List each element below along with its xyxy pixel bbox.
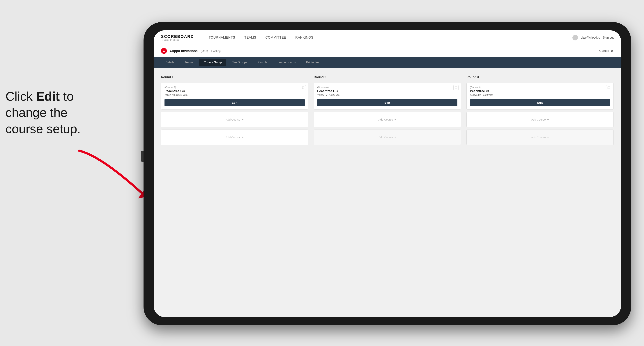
nav-links: TOURNAMENTS TEAMS COMMITTEE RANKINGS xyxy=(209,36,562,39)
round-3-column: Round 3 ☐ (Course A) Peachtree GC Yellow… xyxy=(466,75,614,145)
round-2-column: Round 2 ☐ (Course A) Peachtree GC Yellow… xyxy=(314,75,461,145)
round-1-add-course-1[interactable]: Add Course + xyxy=(161,112,308,127)
top-navbar: SCOREBOARD Powered by clippd TOURNAMENTS… xyxy=(154,30,621,45)
round-3-add-course-text-1: Add Course + xyxy=(531,118,549,121)
round-3-title: Round 3 xyxy=(466,75,614,79)
round-3-course-name: Peachtree GC xyxy=(470,89,610,93)
round-2-add-course-text-1: Add Course + xyxy=(378,118,396,121)
tablet-screen: SCOREBOARD Powered by clippd TOURNAMENTS… xyxy=(154,30,621,317)
round-1-edit-button[interactable]: Edit xyxy=(164,99,305,106)
tournament-logo: C xyxy=(161,48,167,54)
round-2-add-course-2: Add Course + xyxy=(314,130,461,145)
tab-printables[interactable]: Printables xyxy=(302,59,324,66)
round-2-add-course-text-2: Add Course + xyxy=(378,136,396,139)
round-3-add-course-2: Add Course + xyxy=(466,130,614,145)
app-container: SCOREBOARD Powered by clippd TOURNAMENTS… xyxy=(154,30,621,317)
round-3-course-card: ☐ (Course A) Peachtree GC Yellow (M) (66… xyxy=(466,83,614,110)
round-1-add-course-text-2: Add Course + xyxy=(226,136,244,139)
plus-icon-5: + xyxy=(547,118,549,121)
round-2-course-name: Peachtree GC xyxy=(317,89,458,93)
round-1-add-course-text-1: Add Course + xyxy=(226,118,244,121)
sign-out-link[interactable]: Sign out xyxy=(603,36,614,39)
round-3-delete-button[interactable]: ☐ xyxy=(606,85,611,90)
tabs-bar: Details Teams Course Setup Tee Groups Re… xyxy=(154,57,621,68)
cancel-button[interactable]: Cancel ✕ xyxy=(599,49,614,53)
logo-sub-text: Powered by clippd xyxy=(161,39,194,41)
tournament-gender: (Men) xyxy=(201,49,208,53)
plus-icon-1: + xyxy=(242,118,244,121)
plus-icon-2: + xyxy=(242,136,244,139)
close-icon: ✕ xyxy=(610,49,614,53)
nav-committee[interactable]: COMMITTEE xyxy=(266,36,286,39)
round-1-column: Round 1 ☐ (Course A) Peachtree GC Yellow… xyxy=(161,75,308,145)
round-1-course-name: Peachtree GC xyxy=(164,89,305,93)
round-1-title: Round 1 xyxy=(161,75,308,79)
logo-main-text: SCOREBOARD xyxy=(161,34,194,39)
nav-user-area: blair@clippd.io Sign out xyxy=(572,35,614,40)
round-2-course-card: ☐ (Course A) Peachtree GC Yellow (M) (66… xyxy=(314,83,461,110)
scoreboard-logo: SCOREBOARD Powered by clippd xyxy=(161,34,194,41)
tournament-status: Hosting xyxy=(211,49,220,53)
tab-leaderboards[interactable]: Leaderboards xyxy=(273,59,300,66)
plus-icon-4: + xyxy=(394,136,396,139)
nav-tournaments[interactable]: TOURNAMENTS xyxy=(209,36,235,39)
round-2-course-label: (Course A) xyxy=(317,86,458,89)
tournament-name: Clippd Invitational xyxy=(170,49,198,53)
round-2-title: Round 2 xyxy=(314,75,461,79)
main-content: Round 1 ☐ (Course A) Peachtree GC Yellow… xyxy=(154,68,621,317)
instruction-text: Click Edit tochange thecourse setup. xyxy=(6,88,107,137)
round-1-course-label: (Course A) xyxy=(164,86,305,89)
tablet-device: SCOREBOARD Powered by clippd TOURNAMENTS… xyxy=(144,22,631,325)
instruction-highlight: Edit xyxy=(36,89,60,103)
tab-course-setup[interactable]: Course Setup xyxy=(199,59,226,66)
round-1-course-card: ☐ (Course A) Peachtree GC Yellow (M) (66… xyxy=(161,83,308,110)
cancel-label: Cancel xyxy=(599,49,609,53)
tab-details[interactable]: Details xyxy=(161,59,179,66)
round-2-delete-button[interactable]: ☐ xyxy=(454,85,458,90)
user-email: blair@clippd.io xyxy=(581,36,600,39)
nav-rankings[interactable]: RANKINGS xyxy=(295,36,313,39)
tab-teams[interactable]: Teams xyxy=(180,59,198,66)
round-2-add-course-1[interactable]: Add Course + xyxy=(314,112,461,127)
round-3-add-course-1[interactable]: Add Course + xyxy=(466,112,614,127)
round-3-add-course-text-2: Add Course + xyxy=(531,136,549,139)
tab-tee-groups[interactable]: Tee Groups xyxy=(228,59,252,66)
round-1-add-course-2[interactable]: Add Course + xyxy=(161,130,308,145)
round-1-delete-button[interactable]: ☐ xyxy=(301,85,306,90)
tablet-side-button xyxy=(141,151,144,162)
round-1-course-tee: Yellow (M) (6629 yds) xyxy=(164,94,305,96)
tab-results[interactable]: Results xyxy=(253,59,272,66)
user-avatar xyxy=(572,35,578,40)
round-3-course-tee: Yellow (M) (6629 yds) xyxy=(470,94,610,96)
round-2-course-tee: Yellow (M) (6629 yds) xyxy=(317,94,458,96)
nav-teams[interactable]: TEAMS xyxy=(244,36,256,39)
plus-icon-6: + xyxy=(547,136,549,139)
tournament-header: C Clippd Invitational (Men) Hosting Canc… xyxy=(154,45,621,57)
round-3-edit-button[interactable]: Edit xyxy=(470,99,610,106)
rounds-grid: Round 1 ☐ (Course A) Peachtree GC Yellow… xyxy=(161,75,614,145)
round-3-course-label: (Course A) xyxy=(470,86,610,89)
round-2-edit-button[interactable]: Edit xyxy=(317,99,458,106)
plus-icon-3: + xyxy=(394,118,396,121)
